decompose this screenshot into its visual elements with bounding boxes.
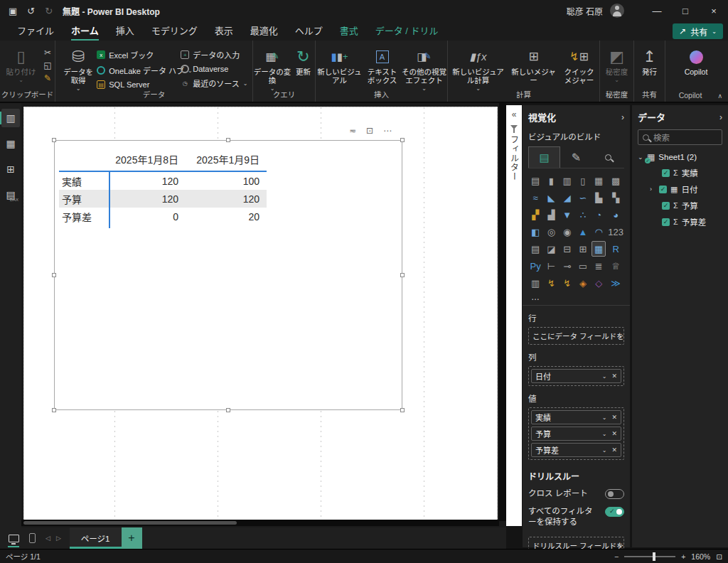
- visual-type-icon[interactable]: ◢: [560, 190, 574, 205]
- save-icon[interactable]: ▣: [9, 6, 17, 16]
- rows-well-dropzone[interactable]: ここにデータ フィールドを追加...: [528, 327, 624, 345]
- zoom-slider[interactable]: [624, 556, 675, 557]
- visual-type-icon[interactable]: ▞: [528, 207, 542, 222]
- new-visual-calculation-button[interactable]: ▮ƒx 新しいビジュアル計算 ⌄: [449, 45, 508, 92]
- text-box-button[interactable]: A テキスト ボックス: [365, 45, 400, 85]
- visual-type-icon[interactable]: ⊸: [560, 258, 574, 274]
- resize-handle[interactable]: [400, 408, 405, 412]
- resize-handle[interactable]: [52, 138, 56, 142]
- visual-type-icon[interactable]: ▲: [576, 224, 590, 240]
- scrollbar-thumb[interactable]: [23, 521, 237, 525]
- add-page-button[interactable]: +: [122, 527, 142, 549]
- resize-handle[interactable]: [52, 408, 56, 412]
- table-node-sheet1[interactable]: ⌄ ▦✓ Sheet1 (2): [638, 152, 722, 162]
- matrix-cell[interactable]: 0: [105, 211, 184, 222]
- sensitivity-button[interactable]: ◩ 秘密度 ⌄: [601, 45, 633, 83]
- visual-type-icon[interactable]: ▦: [592, 173, 606, 188]
- matrix-row-header[interactable]: 実績: [59, 174, 105, 188]
- search-input[interactable]: 検索: [638, 129, 722, 145]
- excel-workbook-button[interactable]: x Excel ブック: [97, 49, 181, 60]
- visual-type-icon[interactable]: ▮: [544, 173, 558, 188]
- menu-tab[interactable]: データ / ドリル: [368, 21, 446, 41]
- dataverse-button[interactable]: Dataverse: [181, 65, 252, 73]
- chevron-down-icon[interactable]: ⌄: [602, 431, 607, 437]
- field-pill[interactable]: 実績 ⌄ ✕: [531, 410, 621, 424]
- visual-type-icon[interactable]: Py: [528, 258, 542, 274]
- focus-mode-icon[interactable]: ⊡: [366, 126, 373, 136]
- vertical-scrollbar[interactable]: [499, 103, 506, 521]
- resize-handle[interactable]: [400, 138, 405, 142]
- redo-icon[interactable]: ↻: [45, 6, 53, 16]
- visual-type-icon[interactable]: ⊟: [560, 241, 574, 257]
- visual-type-icon[interactable]: ◔: [592, 207, 606, 222]
- resize-handle[interactable]: [52, 273, 56, 277]
- field-pill[interactable]: 予算 ⌄ ✕: [531, 427, 621, 441]
- visual-type-icon[interactable]: ▤: [528, 241, 542, 257]
- visual-type-icon[interactable]: ≫: [607, 275, 624, 291]
- field-pill-date[interactable]: 日付 ⌄ ✕: [531, 369, 621, 383]
- field-checkbox[interactable]: ✓: [662, 218, 670, 226]
- menu-tab[interactable]: 最適化: [243, 21, 285, 41]
- field-checkbox[interactable]: ✓: [662, 202, 670, 210]
- filters-pane-collapsed[interactable]: « フィルター: [506, 105, 522, 526]
- visual-type-icon[interactable]: ▩: [607, 173, 624, 188]
- chevron-down-icon[interactable]: ⌄: [602, 373, 607, 380]
- tab-format-visual[interactable]: ✎: [560, 146, 592, 168]
- matrix-row-header[interactable]: 予算: [59, 192, 105, 206]
- tab-build-visual[interactable]: ▤: [528, 146, 560, 168]
- visual-type-icon[interactable]: ▚: [607, 190, 624, 205]
- field-node-yosansa[interactable]: ✓ Σ 予算差: [638, 216, 722, 227]
- tab-analytics[interactable]: [592, 146, 624, 168]
- matrix-column-header[interactable]: 2025年1月8日: [105, 152, 184, 166]
- user-avatar-icon[interactable]: [610, 4, 624, 18]
- resize-handle[interactable]: [226, 408, 230, 412]
- menu-tab[interactable]: ヘルプ: [288, 21, 330, 41]
- visual-type-icon[interactable]: ↯: [544, 275, 558, 291]
- copilot-button[interactable]: Copilot: [677, 45, 715, 76]
- chevron-right-icon[interactable]: ›: [650, 186, 655, 193]
- dax-query-view-button[interactable]: ▤DAX: [1, 186, 20, 204]
- zoom-out-button[interactable]: −: [614, 552, 619, 561]
- quick-measure-button[interactable]: ↯⊞ クイック メジャー: [560, 45, 599, 85]
- close-button[interactable]: ×: [700, 0, 728, 21]
- visual-type-icon[interactable]: 123: [607, 224, 624, 240]
- columns-well[interactable]: 日付 ⌄ ✕: [528, 366, 624, 386]
- share-button[interactable]: ↗ 共有 ⌄: [673, 23, 723, 39]
- collapse-pane-icon[interactable]: ›: [719, 112, 722, 122]
- undo-icon[interactable]: ↺: [27, 6, 35, 16]
- new-measure-button[interactable]: ⊞ 新しいメジャー: [509, 45, 559, 85]
- visual-type-icon[interactable]: ◎: [544, 224, 558, 240]
- report-view-button[interactable]: ▥: [1, 109, 20, 127]
- remove-field-icon[interactable]: ✕: [611, 446, 617, 454]
- mobile-layout-button[interactable]: [29, 533, 36, 543]
- visual-type-icon[interactable]: ▯: [576, 173, 590, 188]
- matrix-row-header[interactable]: 予算差: [59, 210, 105, 224]
- matrix-cell[interactable]: 100: [184, 176, 265, 187]
- zoom-in-button[interactable]: +: [681, 552, 685, 561]
- field-checkbox[interactable]: ✓: [659, 186, 667, 193]
- get-data-button[interactable]: ⛁ データを取得 ⌄: [60, 45, 97, 92]
- desktop-layout-button[interactable]: [9, 535, 19, 542]
- format-painter-icon[interactable]: ✎: [41, 73, 55, 83]
- matrix-cell[interactable]: 120: [105, 176, 184, 187]
- enter-data-button[interactable]: + データの入力: [181, 49, 252, 60]
- menu-tab[interactable]: ファイル: [10, 21, 61, 41]
- visual-type-icon[interactable]: ≣: [592, 258, 606, 274]
- onelake-datahub-button[interactable]: OneLake データ ハブ ⌄: [97, 65, 181, 76]
- menu-tab[interactable]: 書式: [333, 21, 365, 41]
- new-visual-button[interactable]: ▮▮+ 新しいビジュアル: [316, 45, 363, 85]
- visual-type-icon[interactable]: ▤: [528, 173, 542, 188]
- matrix-row[interactable]: 予算 120 120: [59, 190, 267, 208]
- more-visual-types[interactable]: …: [531, 292, 624, 302]
- visual-type-icon[interactable]: ♕: [607, 258, 624, 274]
- collapse-pane-icon[interactable]: ›: [621, 112, 624, 122]
- remove-field-icon[interactable]: ✕: [611, 430, 617, 437]
- visual-type-icon[interactable]: ◇: [592, 275, 606, 291]
- table-view-button[interactable]: ▦: [1, 134, 20, 153]
- field-node-jisseki[interactable]: ✓ Σ 実績: [638, 167, 722, 178]
- visual-type-icon[interactable]: ◉: [560, 224, 574, 240]
- visual-type-icon[interactable]: ∽: [576, 190, 590, 205]
- visual-type-icon[interactable]: ◪: [544, 241, 558, 257]
- visual-type-icon[interactable]: ◠: [592, 224, 606, 240]
- next-page-icon[interactable]: ▷: [56, 535, 61, 542]
